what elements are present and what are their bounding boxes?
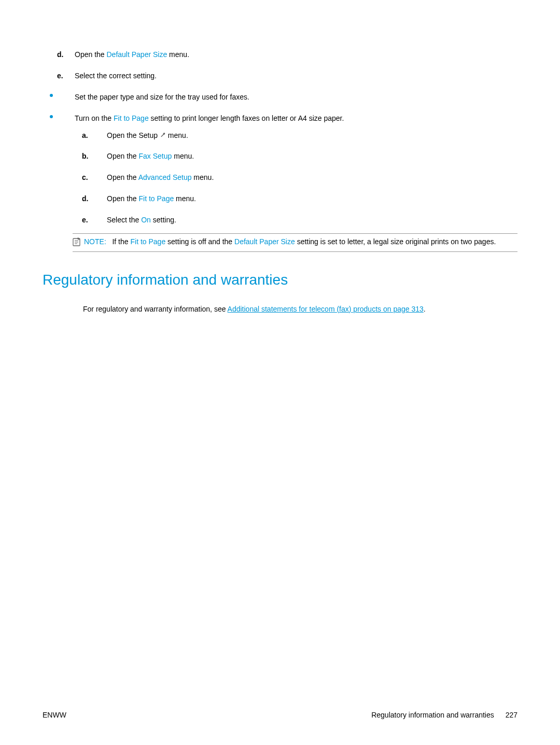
- text: setting is off and the: [165, 237, 234, 246]
- note-content: NOTE: If the Fit to Page setting is off …: [84, 237, 496, 246]
- note-label: NOTE:: [84, 237, 106, 246]
- bullet-icon: [50, 94, 53, 97]
- step-text: Open the Fit to Page menu.: [107, 194, 196, 203]
- section-heading: Regulatory information and warranties: [43, 272, 517, 288]
- ui-term: On: [141, 216, 151, 224]
- steps-list-continued: d. Open the Default Paper Size menu. e. …: [43, 50, 517, 81]
- text: Open the: [107, 194, 139, 203]
- note-icon: [73, 237, 82, 246]
- text: setting.: [151, 216, 176, 224]
- page-footer: ENWW Regulatory information and warranti…: [43, 711, 517, 719]
- text: For regulatory and warranty information,…: [83, 305, 228, 313]
- sub-d: d. Open the Fit to Page menu.: [75, 194, 517, 204]
- regulatory-paragraph: For regulatory and warranty information,…: [83, 304, 477, 314]
- text: menu.: [166, 131, 188, 139]
- page-number: 227: [506, 711, 517, 719]
- step-text: Open the Advanced Setup menu.: [107, 173, 214, 181]
- step-marker: d.: [82, 194, 88, 204]
- ui-term: Default Paper Size: [234, 237, 295, 246]
- page-container: d. Open the Default Paper Size menu. e. …: [0, 0, 560, 745]
- text: setting is set to letter, a legal size o…: [295, 237, 496, 246]
- wrench-icon: [160, 132, 166, 138]
- bullet-text: Turn on the Fit to Page setting to print…: [75, 114, 344, 122]
- text: Open the Setup: [107, 131, 160, 139]
- text: Turn on the: [75, 114, 114, 122]
- ui-term: Fax Setup: [139, 152, 172, 160]
- text: menu.: [172, 152, 194, 160]
- telecom-statements-link[interactable]: Additional statements for telecom (fax) …: [228, 305, 424, 313]
- step-e: e. Select the correct setting.: [43, 71, 517, 81]
- note-block: NOTE: If the Fit to Page setting is off …: [73, 233, 517, 252]
- bullet-item: Set the paper type and size for the tray…: [43, 92, 517, 102]
- step-marker: c.: [82, 173, 88, 182]
- text: menu.: [167, 50, 189, 59]
- step-marker: b.: [82, 151, 88, 161]
- text: Open the: [75, 50, 107, 59]
- text: If the: [112, 237, 130, 246]
- ui-term: Fit to Page: [130, 237, 165, 246]
- text: Open the: [107, 173, 138, 181]
- step-marker: e.: [57, 71, 63, 81]
- step-text: Select the correct setting.: [75, 72, 157, 80]
- text: setting to print longer length faxes on …: [149, 114, 344, 122]
- step-d: d. Open the Default Paper Size menu.: [43, 50, 517, 60]
- bullet-icon: [50, 115, 53, 118]
- step-text: Open the Default Paper Size menu.: [75, 50, 189, 59]
- step-text: Select the On setting.: [107, 216, 176, 224]
- text: Open the: [107, 152, 139, 160]
- bullet-item: Turn on the Fit to Page setting to print…: [43, 114, 517, 225]
- footer-right: Regulatory information and warranties 22…: [371, 711, 517, 719]
- sub-b: b. Open the Fax Setup menu.: [75, 151, 517, 161]
- ui-term: Advanced Setup: [138, 173, 192, 181]
- text: menu.: [174, 194, 196, 203]
- subletters-list: a. Open the Setup menu. b. Open the Fax …: [75, 131, 517, 225]
- text: .: [424, 305, 426, 313]
- sub-e: e. Select the On setting.: [75, 215, 517, 225]
- ui-term: Fit to Page: [139, 194, 174, 203]
- step-marker: d.: [57, 50, 63, 60]
- sub-a: a. Open the Setup menu.: [75, 131, 517, 140]
- step-marker: e.: [82, 215, 88, 225]
- sub-c: c. Open the Advanced Setup menu.: [75, 173, 517, 182]
- footer-left: ENWW: [43, 711, 66, 719]
- text: Select the: [107, 216, 141, 224]
- footer-title: Regulatory information and warranties: [371, 711, 494, 719]
- ui-term: Fit to Page: [114, 114, 149, 122]
- bullet-text: Set the paper type and size for the tray…: [75, 93, 249, 101]
- step-text: Open the Fax Setup menu.: [107, 152, 194, 160]
- step-marker: a.: [82, 131, 88, 140]
- ui-term: Default Paper Size: [107, 50, 167, 59]
- bullet-list: Set the paper type and size for the tray…: [43, 92, 517, 225]
- step-text: Open the Setup menu.: [107, 131, 188, 139]
- text: menu.: [191, 173, 214, 181]
